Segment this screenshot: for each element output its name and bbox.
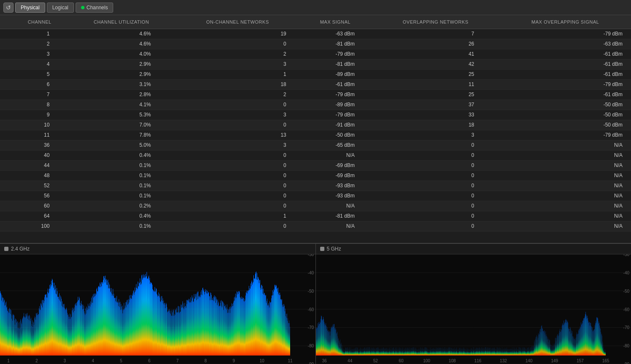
table-cell [0,181,13,191]
table-cell: 0 [372,191,500,201]
table-cell: 3 [13,49,66,59]
table-cell: 36 [13,140,66,150]
table-cell: 0 [176,160,299,170]
table-row: 72.8%2-79 dBm25-61 dBm [0,89,631,100]
table-cell: 13 [176,130,299,140]
chart-5ghz-wrapper [316,254,631,364]
table-cell [0,140,13,150]
chart-5ghz-title: 5 GHz [327,246,341,252]
table-cell: N/A [500,140,631,150]
table-cell [0,59,13,69]
table-cell: 2 [176,89,299,100]
table-cell: -50 dBm [500,110,631,120]
table-row: 84.1%0-89 dBm37-50 dBm [0,100,631,110]
table-cell: 2.9% [66,59,176,69]
table-cell: 2.9% [66,69,176,79]
table-cell: N/A [299,201,372,211]
table-cell [0,49,13,59]
table-cell: N/A [500,160,631,170]
chart-5ghz-panel: 5 GHz [316,244,631,364]
chart-24ghz-title: 2.4 GHz [11,246,30,252]
table-cell: -81 dBm [299,59,372,69]
table-cell: 5 [13,69,66,79]
table-cell: -81 dBm [299,211,372,221]
table-row: 14.6%19-63 dBm7-79 dBm [0,29,631,39]
table-cell: 0.1% [66,181,176,191]
table-cell [0,39,13,49]
refresh-button[interactable]: ↺ [3,3,14,13]
table-cell: 3 [372,130,500,140]
table-row: 24.6%0-81 dBm26-63 dBm [0,39,631,49]
table-cell: -50 dBm [500,100,631,110]
table-cell [0,170,13,181]
table-cell: 0 [176,150,299,160]
table-row: 52.9%1-89 dBm25-61 dBm [0,69,631,79]
table-cell: 0 [176,120,299,130]
table-cell: 0 [372,201,500,211]
table-cell: 5.0% [66,140,176,150]
table-cell [0,69,13,79]
table-cell: 25 [372,69,500,79]
tab-channels[interactable]: Channels [76,3,114,13]
table-cell: 52 [13,181,66,191]
table-cell: 19 [176,29,299,39]
table-cell: N/A [500,221,631,231]
table-cell: 44 [13,160,66,170]
table-cell: N/A [500,201,631,211]
table-cell: 9 [13,110,66,120]
table-cell: 2 [13,39,66,49]
table-cell: 7.8% [66,130,176,140]
table-cell: 100 [13,221,66,231]
table-cell: 4.1% [66,100,176,110]
table-row: 365.0%3-65 dBm0N/A [0,140,631,150]
table-row: 107.0%0-91 dBm18-50 dBm [0,120,631,130]
table-cell [0,160,13,170]
table-cell: 3 [176,110,299,120]
table-cell [0,201,13,211]
table-cell: N/A [500,191,631,201]
table-cell: 4.6% [66,39,176,49]
table-row: 95.3%3-79 dBm33-50 dBm [0,110,631,120]
table-cell: 42 [372,59,500,69]
table-cell: -61 dBm [500,59,631,69]
table-cell: 0 [372,181,500,191]
table-cell: 2 [176,49,299,59]
chart-5ghz-canvas [316,254,631,364]
table-cell: 0.4% [66,211,176,221]
col-max-signal: MAX SIGNAL [299,15,372,29]
table-cell: N/A [500,211,631,221]
table-cell: 1 [176,211,299,221]
table-cell: N/A [299,221,372,231]
table-cell: -89 dBm [299,100,372,110]
table-cell: -81 dBm [299,39,372,49]
table-cell: 64 [13,211,66,221]
tab-logical[interactable]: Logical [47,3,74,13]
table-cell: 0 [372,221,500,231]
table-cell: 3 [176,59,299,69]
table-cell: 5.3% [66,110,176,120]
chart-24ghz-dot [4,247,8,251]
table-cell: 0.4% [66,150,176,160]
table-cell [0,221,13,231]
table-row: 640.4%1-81 dBm0N/A [0,211,631,221]
table-row: 42.9%3-81 dBm42-61 dBm [0,59,631,69]
table-cell: 2.8% [66,89,176,100]
table-row: 440.1%0-69 dBm0N/A [0,160,631,170]
table-cell: -63 dBm [500,39,631,49]
table-cell: -69 dBm [299,160,372,170]
table-cell: 0 [176,181,299,191]
channels-status-dot [81,6,84,9]
table-cell: -79 dBm [500,29,631,39]
table-row: 1000.1%0N/A0N/A [0,221,631,231]
chart-24ghz-canvas [0,254,316,364]
table-cell: -65 dBm [299,140,372,150]
top-bar: ↺ Physical Logical Channels [0,0,631,15]
chart-24ghz-panel: 2.4 GHz [0,244,316,364]
tab-physical[interactable]: Physical [15,3,45,13]
table-cell: N/A [500,181,631,191]
table-cell: 4.0% [66,49,176,59]
table-cell: 40 [13,150,66,160]
channel-table: CHANNEL CHANNEL UTILIZATION ON-CHANNEL N… [0,15,631,232]
table-cell: -79 dBm [500,130,631,140]
table-row: 117.8%13-50 dBm3-79 dBm [0,130,631,140]
